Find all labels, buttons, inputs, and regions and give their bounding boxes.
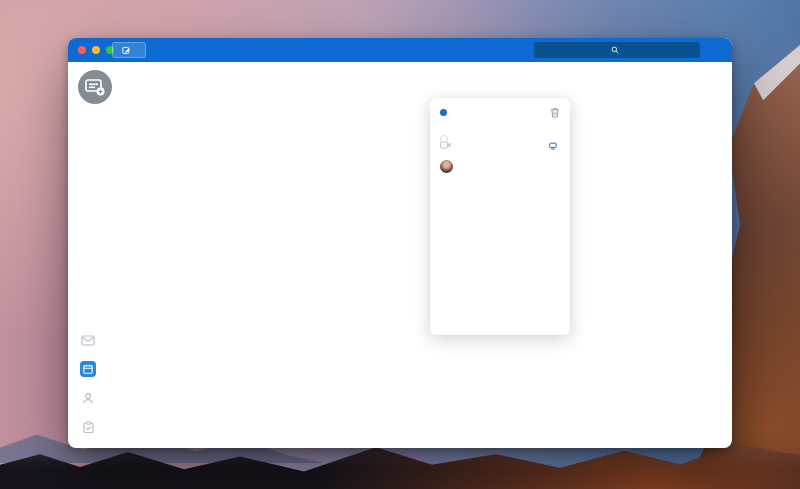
organizer-avatar	[440, 160, 453, 173]
compose-icon	[122, 46, 131, 55]
calendar-icon[interactable]	[80, 361, 96, 377]
traffic-lights	[78, 46, 114, 54]
outlook-calendar-window	[68, 38, 732, 448]
window-titlebar	[68, 38, 732, 62]
join-meeting-icon	[549, 142, 557, 150]
clock-icon	[440, 135, 448, 143]
close-button[interactable]	[78, 46, 86, 54]
minimize-button[interactable]	[92, 46, 100, 54]
delete-event-icon[interactable]	[550, 107, 560, 118]
mail-icon[interactable]	[80, 332, 96, 348]
calendar-app-icon	[85, 79, 105, 96]
desktop-wallpaper	[0, 0, 800, 489]
search-input[interactable]	[534, 42, 700, 58]
new-event-button[interactable]	[112, 42, 146, 58]
app-nav-rail	[80, 332, 96, 448]
event-category-dot	[440, 109, 447, 116]
people-icon[interactable]	[80, 390, 96, 406]
event-popup	[430, 98, 570, 335]
tasks-icon[interactable]	[80, 419, 96, 435]
join-button[interactable]	[549, 142, 560, 150]
search-icon	[611, 46, 619, 54]
account-avatar[interactable]	[78, 70, 112, 104]
